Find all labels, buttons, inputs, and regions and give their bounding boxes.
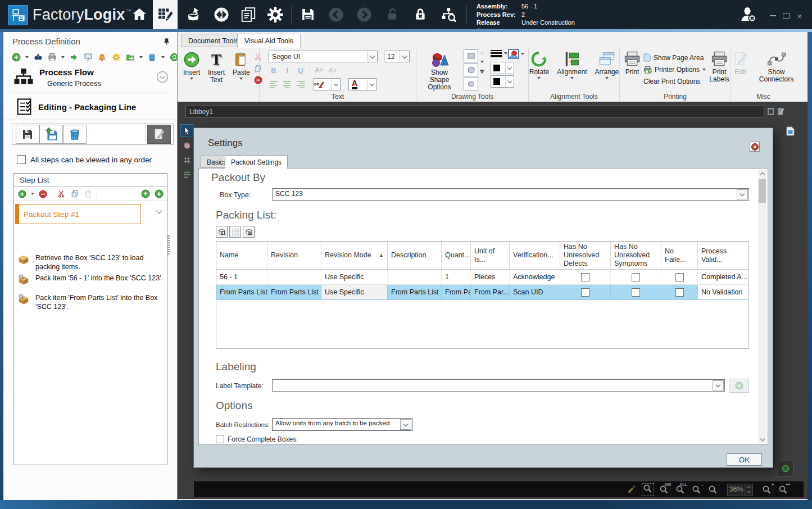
print-button[interactable]: Print — [621, 49, 643, 78]
find-box-item-button[interactable] — [216, 226, 228, 238]
grow-font-button[interactable]: A˄ — [313, 65, 325, 76]
edit-button[interactable]: Edit — [731, 49, 751, 85]
line-color-picker[interactable] — [491, 62, 514, 74]
column-header[interactable]: Description — [388, 242, 442, 270]
clear-print-options-button[interactable]: Clear Print Options — [643, 75, 706, 87]
paste-icon[interactable] — [83, 189, 93, 199]
process-exchange-icon[interactable] — [69, 53, 79, 62]
italic-button[interactable]: I — [281, 65, 293, 76]
cell-revision[interactable]: From Parts List — [267, 285, 321, 300]
move-down-icon[interactable] — [154, 189, 164, 199]
insert-text-button[interactable]: T Insert Text — [203, 49, 229, 85]
zoom-in-button[interactable]: + — [761, 484, 773, 495]
process-audit-button[interactable] — [436, 0, 461, 29]
delete-process-button[interactable] — [63, 125, 87, 144]
grid-tool-button[interactable] — [180, 153, 193, 166]
cell-process-validation[interactable]: Completed A... — [698, 270, 749, 285]
rounded-rectangle-shape-button[interactable] — [464, 63, 478, 76]
transfer-button[interactable] — [209, 0, 234, 29]
column-header[interactable]: Unit of Is... — [471, 242, 510, 270]
reports-button[interactable] — [236, 0, 261, 29]
forward-button[interactable] — [352, 0, 376, 29]
settings-button[interactable] — [263, 0, 288, 29]
step-operation-pack-1[interactable]: Pack item '56 - 1' into the Box 'SCC 123… — [17, 274, 164, 286]
cell-unit[interactable]: Pieces — [471, 270, 510, 285]
print-labels-button[interactable]: Print Labels — [705, 49, 733, 85]
document-name-input[interactable] — [186, 107, 764, 117]
font-size-select[interactable]: 12 — [384, 51, 410, 62]
column-header[interactable]: No Faile... — [661, 242, 698, 270]
maximize-button[interactable] — [779, 10, 793, 21]
symptoms-checkbox[interactable] — [632, 288, 640, 297]
no-failed-checkbox[interactable] — [675, 288, 684, 297]
save-process-button[interactable] — [16, 125, 39, 144]
cell-name[interactable]: From Parts List — [216, 285, 267, 300]
cell-verification[interactable]: Scan UID — [510, 285, 560, 300]
active-step-item[interactable]: Packout Step #1 — [15, 204, 141, 224]
insert-button[interactable]: Insert — [181, 49, 202, 85]
remove-step-icon[interactable] — [38, 189, 48, 199]
cell-name[interactable]: 56 - 1 — [216, 270, 267, 285]
insert-dropdown-caret[interactable] — [190, 78, 193, 80]
column-header[interactable]: Process Valid... — [698, 242, 749, 270]
column-header[interactable]: Verification... — [510, 242, 560, 270]
rotate-dropdown-caret[interactable] — [537, 77, 541, 79]
column-header[interactable]: Name — [216, 242, 267, 270]
options-gear-icon[interactable] — [111, 53, 121, 62]
pin-icon[interactable] — [163, 38, 170, 46]
fill-color-picker[interactable] — [491, 75, 514, 88]
ok-button[interactable]: OK — [727, 453, 762, 466]
tab-visual-aid-tools[interactable]: Visual Aid Tools — [237, 34, 301, 48]
align-right-icon[interactable] — [294, 79, 307, 90]
cell-verification[interactable]: Acknowledge — [510, 270, 560, 285]
cell-quantity[interactable]: From Pa — [442, 285, 471, 300]
add-step-dropdown-caret[interactable] — [31, 193, 34, 195]
printer-options-button[interactable]: ? Printer Options — [643, 63, 706, 75]
dialog-close-button[interactable] — [750, 142, 760, 152]
remove-box-item-button[interactable] — [243, 226, 255, 238]
cut-icon[interactable] — [56, 189, 66, 199]
back-button[interactable] — [324, 0, 348, 29]
line-style-picker[interactable] — [491, 49, 507, 57]
recycle-dropdown-caret[interactable] — [161, 56, 165, 58]
force-complete-boxes-checkbox[interactable] — [216, 435, 224, 443]
cell-revision[interactable] — [267, 270, 321, 285]
format-painter-icon[interactable] — [626, 484, 637, 495]
font-color-picker[interactable]: A — [348, 78, 376, 90]
logout-user-button[interactable] — [735, 0, 762, 29]
page-properties-icon[interactable] — [786, 126, 795, 136]
shape-more-icon[interactable] — [480, 70, 484, 74]
defects-checkbox[interactable] — [581, 288, 589, 297]
print-dropdown-caret[interactable] — [61, 56, 65, 58]
tab-packout-settings[interactable]: Packout Settings — [225, 155, 288, 169]
print-icon[interactable] — [47, 53, 57, 62]
rectangle-shape-button[interactable] — [464, 49, 478, 62]
bold-button[interactable]: B — [267, 65, 280, 76]
add-icon[interactable] — [11, 53, 21, 62]
save-as-button[interactable] — [39, 125, 63, 144]
recycle-bin-icon[interactable] — [147, 53, 157, 62]
export-folder-icon[interactable] — [125, 53, 135, 62]
edit-list-button[interactable] — [229, 226, 241, 238]
lock-cancel-button[interactable] — [408, 0, 433, 29]
close-button[interactable]: × — [792, 10, 807, 21]
zoom-out-button[interactable]: - — [707, 484, 719, 495]
table-row[interactable]: 56 - 1 Use Specific 1 Pieces Acknowledge… — [216, 270, 749, 285]
zoom-out-fast-button[interactable]: -- — [691, 484, 702, 495]
cell-description[interactable] — [388, 270, 442, 285]
rotate-button[interactable]: Rotate — [527, 49, 551, 81]
any-order-checkbox[interactable] — [17, 155, 26, 164]
process-planning-button[interactable] — [153, 0, 178, 29]
table-row-selected[interactable]: From Parts List From Parts List Use Spec… — [216, 285, 749, 300]
expand-down-button[interactable] — [156, 70, 169, 84]
shape-scroll-up-icon[interactable] — [480, 52, 484, 54]
zoom-100-button[interactable]: 100 — [659, 484, 670, 495]
column-header[interactable]: Revision — [267, 242, 321, 270]
doc-action-icon[interactable] — [766, 106, 775, 116]
arrange-dropdown-caret[interactable] — [605, 77, 609, 79]
paste-button[interactable]: Paste — [230, 49, 252, 85]
batch-restrictions-select[interactable]: Allow units from any batch to be packed — [272, 418, 412, 431]
highlight-color-picker[interactable]: ab — [314, 78, 341, 90]
list-tool-button[interactable] — [180, 168, 193, 181]
dialog-scrollbar[interactable] — [758, 170, 766, 443]
